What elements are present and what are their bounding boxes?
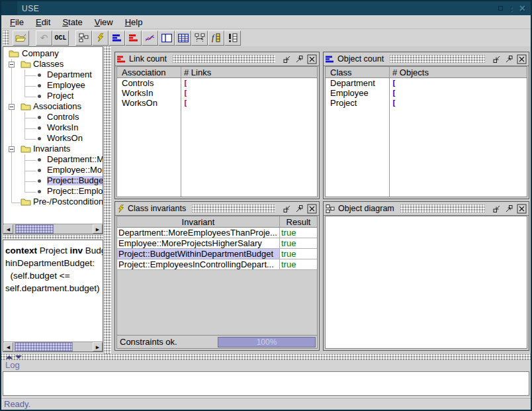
tree-item-invariant-project-employees[interactable]: Project::EmployeesInControllingDepartmen…	[3, 186, 103, 197]
window-titlebar[interactable]: USE ↕ ×	[1, 1, 531, 15]
object-diagram-titlebar[interactable]: Object diagram	[324, 202, 529, 216]
menu-view[interactable]: View	[89, 16, 119, 28]
status-text: Ready.	[4, 399, 30, 409]
scroll-right-icon[interactable]: ▶	[93, 224, 103, 234]
class-extent-view-button[interactable]	[158, 30, 175, 46]
collapse-handle-icon[interactable]	[9, 104, 15, 110]
table-row[interactable]: Employee::MoreProjectsHigherSalary true	[117, 238, 317, 249]
table-row[interactable]: Project [	[326, 98, 527, 108]
iconify-icon[interactable]	[491, 54, 502, 64]
call-stack-button[interactable]: f	[208, 30, 224, 46]
scroll-left-icon[interactable]: ◀	[3, 342, 13, 351]
scrollbar-track[interactable]	[13, 342, 93, 351]
maximize-icon[interactable]	[504, 203, 514, 214]
close-icon[interactable]	[306, 54, 317, 64]
ocl-context-name: Project	[37, 246, 70, 255]
invariant-detail-panel: context Project inv BudgetWit hinDepartm…	[3, 240, 103, 352]
column-header-result[interactable]: Result	[280, 216, 317, 227]
close-icon[interactable]	[516, 54, 527, 64]
tree-item-worksin[interactable]: WorksIn	[3, 122, 103, 133]
scrollbar-track[interactable]	[13, 224, 93, 234]
iconify-icon[interactable]	[491, 203, 502, 214]
table-row[interactable]: Department [	[326, 78, 527, 88]
command-list-button[interactable]	[224, 30, 241, 46]
maximize-icon[interactable]	[294, 54, 304, 64]
check-structure-button[interactable]	[92, 30, 109, 46]
column-header-links[interactable]: # Links	[181, 68, 211, 77]
tree-item-workson[interactable]: WorksOn	[3, 133, 103, 144]
link-count-titlebar[interactable]: Link count	[115, 52, 319, 66]
tree-item-invariants[interactable]: Invariants	[3, 144, 103, 154]
sequence-diagram-button[interactable]	[191, 30, 208, 46]
leaf-bullet-icon	[38, 158, 41, 161]
menu-edit[interactable]: Edit	[30, 16, 56, 28]
object-diagram-canvas[interactable]	[325, 216, 527, 349]
column-header-objects[interactable]: # Objects	[389, 68, 429, 77]
tree-item-associations[interactable]: Associations	[3, 101, 103, 112]
maximize-icon[interactable]: ↕	[509, 4, 513, 13]
column-header-invariant[interactable]: Invariant	[117, 216, 280, 227]
window-title-text: Object diagram	[338, 204, 394, 213]
tree-item-classes[interactable]: Classes	[3, 59, 103, 69]
tree-item-controls[interactable]: Controls	[3, 112, 103, 122]
tree-item-company[interactable]: Company	[3, 48, 103, 59]
iconify-icon[interactable]	[281, 54, 292, 64]
table-row[interactable]: Department::MoreEmployeesThanProje... tr…	[117, 228, 317, 238]
statistics-button[interactable]	[142, 30, 158, 46]
left-panel: Company Classes Department	[3, 46, 103, 354]
association-name: WorksIn	[117, 88, 181, 98]
table-row[interactable]: Controls [	[117, 78, 317, 88]
class-browser-button[interactable]	[75, 30, 92, 46]
object-count-button[interactable]	[109, 30, 125, 46]
undo-button[interactable]: ↶	[36, 30, 52, 46]
scrollbar-thumb[interactable]	[15, 224, 54, 234]
tree-item-department[interactable]: Department	[3, 69, 103, 80]
collapse-handle-icon[interactable]	[9, 146, 15, 152]
tree-item-invariant-department[interactable]: Department::MoreEmployeesThanProjects	[3, 154, 103, 165]
log-splitter[interactable]	[1, 354, 531, 360]
left-horizontal-splitter[interactable]	[3, 235, 103, 239]
tree-item-invariant-project-budget[interactable]: Project::BudgetWithinDepartmentBudget	[3, 175, 103, 186]
table-row[interactable]: Employee [	[326, 88, 527, 98]
table-row-selected[interactable]: Project::BudgetWithinDepartmentBudget tr…	[117, 249, 317, 259]
table-row[interactable]: Project::EmployeesInControllingDepart...…	[117, 259, 317, 270]
column-header-association[interactable]: Association	[117, 68, 181, 77]
object-count-titlebar[interactable]: Object count	[324, 52, 529, 66]
tree-item-project[interactable]: Project	[3, 91, 103, 101]
association-name: WorksOn	[117, 98, 181, 108]
close-icon[interactable]	[306, 203, 317, 214]
tree-item-employee[interactable]: Employee	[3, 80, 103, 91]
column-header-class[interactable]: Class	[326, 68, 389, 77]
menu-state[interactable]: State	[56, 16, 88, 28]
window-menu-button[interactable]	[1, 1, 17, 15]
minimize-icon[interactable]	[498, 6, 503, 11]
collapse-handle-icon[interactable]	[9, 62, 15, 68]
log-panel: Log	[1, 360, 531, 397]
table-row[interactable]: WorksIn [	[117, 88, 317, 98]
vertical-splitter[interactable]	[104, 46, 111, 354]
scroll-left-icon[interactable]: ◀	[3, 224, 13, 234]
splitter-expand-down-icon[interactable]	[15, 355, 22, 359]
close-icon[interactable]: ×	[519, 3, 525, 14]
scrollbar-thumb[interactable]	[15, 342, 73, 351]
tree-item-invariant-employee[interactable]: Employee::MoreProjectsHigherSalary	[3, 165, 103, 175]
link-count-button[interactable]	[125, 30, 142, 46]
splitter-expand-up-icon[interactable]	[6, 355, 13, 359]
menu-file[interactable]: File	[4, 16, 30, 28]
scroll-right-icon[interactable]: ▶	[93, 342, 103, 351]
open-file-button[interactable]	[13, 30, 29, 46]
titlebar-texture	[400, 205, 485, 212]
table-row[interactable]: WorksOn [	[117, 98, 317, 108]
tree-item-prepostconditions[interactable]: Pre-/Postconditions	[3, 197, 103, 207]
toolbar-drag-handle[interactable]	[3, 30, 9, 45]
class-invariants-titlebar[interactable]: Class invariants	[115, 202, 319, 216]
maximize-icon[interactable]	[504, 54, 514, 64]
titlebar-texture	[390, 55, 485, 63]
menu-help[interactable]: Help	[119, 16, 149, 28]
iconify-icon[interactable]	[281, 203, 292, 214]
maximize-icon[interactable]	[294, 203, 304, 214]
window-buttons	[491, 54, 527, 64]
object-properties-button[interactable]	[175, 30, 191, 46]
close-icon[interactable]	[516, 203, 527, 214]
ocl-button[interactable]: OCL	[52, 30, 69, 46]
